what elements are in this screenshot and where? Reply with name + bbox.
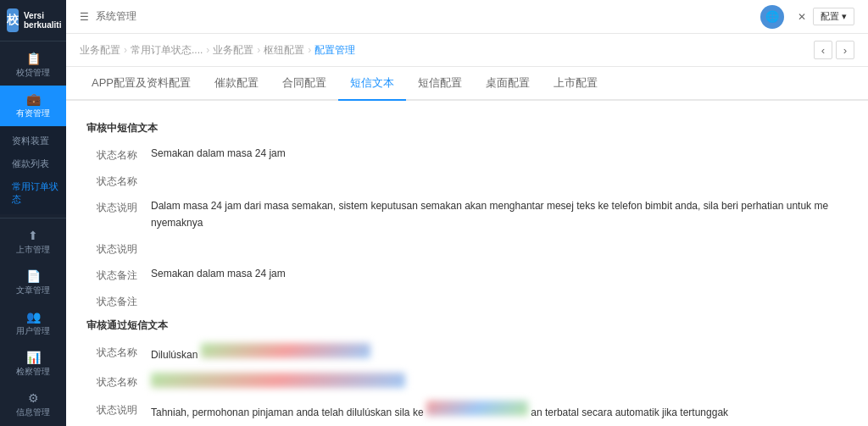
breadcrumb-prev-btn[interactable]: ‹ <box>814 41 832 59</box>
form-group-s2-name-sub: 状态名称 <box>86 373 848 393</box>
section2-title: 审核通过短信文本 <box>86 318 848 333</box>
s1-desc-value: Dalam masa 24 jam dari masa semakan, sis… <box>151 198 829 230</box>
sidebar-group-1: 📋 校贷管理 💼 有资管理 资料装置 催款列表 常用订单状态 <box>0 41 66 219</box>
breadcrumb-sep-4: › <box>308 44 311 56</box>
sidebar-item-article[interactable]: 📄 文章管理 <box>0 263 66 303</box>
s2-name-blurred-wide <box>151 373 405 388</box>
breadcrumb-sep-2: › <box>206 44 209 56</box>
content-card: APP配置及资料配置 催款配置 合同配置 短信文本 短信配置 桌面配置 上市配置… <box>66 67 868 426</box>
topbar-right: 🌐 ✕ 配置 ▾ <box>760 5 854 29</box>
s2-name-blurred <box>201 343 370 358</box>
tab-sms-text[interactable]: 短信文本 <box>338 67 406 101</box>
form-group-s1-note-sub: 状态备注 <box>86 292 848 310</box>
form-group-s2-name: 状态名称 Dilulúskan <box>86 343 848 363</box>
topbar-menu-icon: ☰ <box>80 11 89 23</box>
breadcrumb-nav: ‹ › <box>814 41 854 59</box>
breadcrumb-item-3[interactable]: 业务配置 <box>213 43 253 58</box>
tab-desktop-config[interactable]: 桌面配置 <box>474 67 542 101</box>
listing-icon: ⬆ <box>28 229 38 242</box>
topbar: ☰ 系统管理 🌐 ✕ 配置 ▾ <box>66 0 868 34</box>
breadcrumb-item-4[interactable]: 枢纽配置 <box>264 43 304 58</box>
sidebar-item-loan[interactable]: 📋 校贷管理 <box>0 45 66 86</box>
form-group-s1-name-sub: 状态名称 <box>86 172 848 190</box>
article-icon: 📄 <box>26 269 41 283</box>
sidebar-item-user[interactable]: 👥 用户管理 <box>0 303 66 344</box>
report-icon: 📊 <box>26 351 41 364</box>
asset-icon: 💼 <box>26 92 41 106</box>
topbar-brand-icon: 🌐 <box>760 5 784 29</box>
sidebar-item-report[interactable]: 📊 检察管理 <box>0 344 66 385</box>
s1-desc-label: 状态说明 <box>86 198 137 216</box>
sidebar-brand-label: Versi berkualiti <box>24 11 61 30</box>
form-group-s1-desc: 状态说明 Dalam masa 24 jam dari masa semakan… <box>86 198 848 230</box>
main-area: ☰ 系统管理 🌐 ✕ 配置 ▾ 业务配置 › 常用订单状态.... › 业务配置… <box>66 0 868 426</box>
sidebar-item-report-label: 检察管理 <box>16 366 50 378</box>
sidebar-item-info-label: 信息管理 <box>16 407 50 418</box>
sidebar-item-asset[interactable]: 💼 有资管理 <box>0 86 66 126</box>
breadcrumb-item-1[interactable]: 业务配置 <box>80 43 120 58</box>
form-group-s1-name: 状态名称 Semakan dalam masa 24 jam <box>86 146 848 163</box>
topbar-config-btn[interactable]: 配置 ▾ <box>813 8 854 25</box>
breadcrumb-next-btn[interactable]: › <box>836 41 854 59</box>
sidebar: 校 Versi berkualiti 📋 校贷管理 💼 有资管理 资料装置 催款… <box>0 0 66 426</box>
sidebar-item-info[interactable]: ⚙ 信息管理 <box>0 385 66 425</box>
form-group-s2-desc: 状态说明 Tahniah, permohonan pinjaman anda t… <box>86 401 848 421</box>
breadcrumb-current: 配置管理 <box>314 43 355 58</box>
s1-note-sub-label: 状态备注 <box>86 292 137 310</box>
s2-desc-blurred <box>426 401 528 416</box>
s2-name-sub-value <box>151 373 829 393</box>
breadcrumb-sep-3: › <box>257 44 260 56</box>
sidebar-item-listing[interactable]: ⬆ 上市管理 <box>0 222 66 263</box>
logo-icon: 校 <box>7 8 19 32</box>
sidebar-item-asset-label: 有资管理 <box>16 108 50 119</box>
sidebar-sub-item-dunning-label: 催款列表 <box>12 158 49 170</box>
content-area: APP配置及资料配置 催款配置 合同配置 短信文本 短信配置 桌面配置 上市配置… <box>66 67 868 426</box>
sidebar-sub-item-data[interactable]: 资料装置 <box>0 130 66 152</box>
topbar-left: ☰ 系统管理 <box>80 9 136 24</box>
tabs-bar: APP配置及资料配置 催款配置 合同配置 短信文本 短信配置 桌面配置 上市配置 <box>66 67 868 101</box>
tab-contract-config[interactable]: 合同配置 <box>270 67 338 101</box>
s2-name-value: Dilulúskan <box>151 343 829 363</box>
tab-listing-config[interactable]: 上市配置 <box>542 67 609 101</box>
sidebar-sub-item-dunning[interactable]: 催款列表 <box>0 152 66 175</box>
topbar-close-icon[interactable]: ✕ <box>798 11 806 23</box>
breadcrumb: 业务配置 › 常用订单状态.... › 业务配置 › 枢纽配置 › 配置管理 ‹… <box>66 34 868 67</box>
s1-note-value: Semakan dalam masa 24 jam <box>151 266 829 282</box>
sidebar-group-2: ⬆ 上市管理 📄 文章管理 👥 用户管理 📊 检察管理 ⚙ 信息管理 <box>0 219 66 426</box>
breadcrumb-item-2[interactable]: 常用订单状态.... <box>131 43 203 58</box>
info-icon: ⚙ <box>28 391 39 405</box>
s1-name-value: Semakan dalam masa 24 jam <box>151 146 829 162</box>
sidebar-item-loan-label: 校贷管理 <box>16 67 50 79</box>
sidebar-item-user-label: 用户管理 <box>16 325 50 337</box>
s1-name-sub-label: 状态名称 <box>86 172 137 190</box>
tab-dunning-config[interactable]: 催款配置 <box>203 67 270 101</box>
form-group-s1-note: 状态备注 Semakan dalam masa 24 jam <box>86 266 848 284</box>
sidebar-logo: 校 Versi berkualiti <box>0 0 66 41</box>
form-content: 审核中短信文本 状态名称 Semakan dalam masa 24 jam 状… <box>66 101 868 426</box>
s2-name-sub-label: 状态名称 <box>86 373 137 390</box>
sidebar-sub-item-orders-label: 常用订单状态 <box>12 180 59 206</box>
section1-title: 审核中短信文本 <box>86 121 848 136</box>
s1-name-label: 状态名称 <box>86 146 137 163</box>
breadcrumb-sep-1: › <box>124 44 127 56</box>
s2-desc-label: 状态说明 <box>86 401 137 418</box>
s1-desc-sub-label: 状态说明 <box>86 240 137 257</box>
topbar-section-label: 系统管理 <box>96 9 136 24</box>
s1-note-label: 状态备注 <box>86 266 137 284</box>
user-icon: 👥 <box>26 310 41 324</box>
tab-app-config[interactable]: APP配置及资料配置 <box>80 67 203 101</box>
form-group-s1-desc-sub: 状态说明 <box>86 240 848 257</box>
sidebar-item-article-label: 文章管理 <box>16 285 50 296</box>
tab-sms-config[interactable]: 短信配置 <box>406 67 474 101</box>
sidebar-sub-item-orders[interactable]: 常用订单状态 <box>0 175 66 211</box>
sidebar-sub-item-data-label: 资料装置 <box>12 135 49 147</box>
loan-icon: 📋 <box>26 52 41 65</box>
sidebar-item-listing-label: 上市管理 <box>16 244 50 256</box>
s2-name-label: 状态名称 <box>86 343 137 361</box>
s2-desc-value: Tahniah, permohonan pinjaman anda telah … <box>151 401 829 421</box>
sidebar-sub-menu: 资料装置 催款列表 常用订单状态 <box>0 126 66 214</box>
